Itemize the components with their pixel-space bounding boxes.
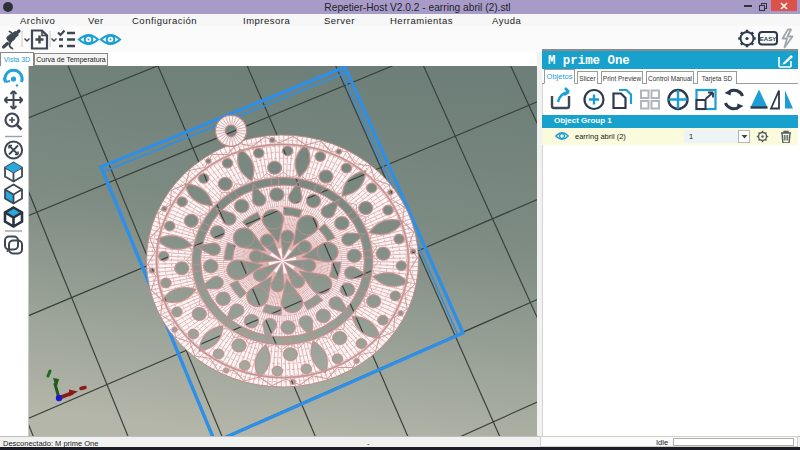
svg-text:EASY: EASY <box>760 36 776 42</box>
